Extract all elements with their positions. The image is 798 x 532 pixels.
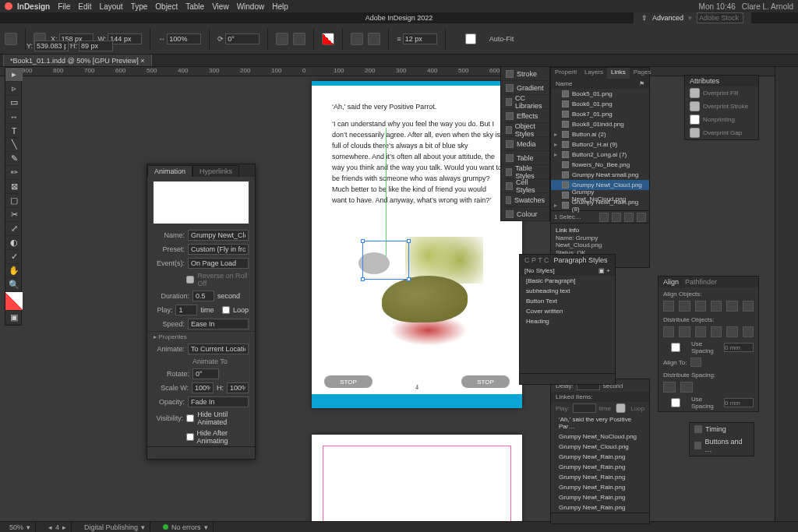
timing-item[interactable]: ‘Ah,’ said the very Positive Par… — [551, 414, 649, 432]
link-item[interactable]: flowers_No_Bee.png — [551, 160, 649, 170]
zoom-tool[interactable]: 🔍 — [5, 278, 23, 292]
dist-vspace-icon[interactable] — [663, 382, 676, 393]
dist-bottom-icon[interactable] — [695, 326, 706, 337]
link-item[interactable]: ▸Button2_H.ai (9) — [551, 139, 649, 150]
speed-field[interactable] — [188, 319, 249, 329]
gradient-tool[interactable]: ◐ — [5, 236, 23, 250]
pstyle-heading[interactable]: Heading — [520, 316, 615, 326]
trash-icon[interactable] — [241, 449, 252, 458]
menu-type[interactable]: Type — [131, 2, 148, 11]
rotate-field[interactable] — [225, 33, 260, 44]
link-item[interactable]: ▸Button.ai (2) — [551, 129, 649, 139]
menu-layout[interactable]: Layout — [100, 2, 123, 11]
spacing-field-2[interactable] — [724, 398, 754, 407]
loop-check[interactable] — [222, 306, 230, 314]
menu-window[interactable]: Window — [237, 2, 265, 11]
pen-tool[interactable]: ✎ — [5, 152, 23, 166]
page-tool[interactable]: ▭ — [5, 96, 23, 110]
apple-icon[interactable] — [5, 2, 12, 10]
scale-w-field[interactable] — [167, 33, 201, 44]
autofit-check[interactable] — [454, 33, 488, 44]
dock-cell-styles[interactable]: Cell Styles — [501, 179, 549, 193]
anim-preset-field[interactable] — [188, 244, 249, 255]
direct-selection-tool[interactable]: ▹ — [5, 82, 23, 96]
timing-item[interactable]: Grumpy Newt_Rain.png — [551, 462, 649, 472]
timing-item[interactable]: Grumpy Newt_Rain.png — [551, 452, 649, 462]
align-icon-2[interactable] — [368, 33, 380, 45]
fill-stroke-swap[interactable] — [5, 292, 23, 311]
properties-section[interactable]: ▸ Properties — [147, 331, 255, 342]
dist-vcenter-icon[interactable] — [679, 326, 690, 337]
link-item[interactable]: Book6_01.png — [551, 99, 649, 109]
line-tool[interactable]: ╲ — [5, 138, 23, 152]
link-item[interactable]: Book7_01.png — [551, 109, 649, 119]
menu-object[interactable]: Object — [155, 2, 178, 11]
pstyle-button-text[interactable]: Button Text — [520, 296, 615, 306]
menu-edit[interactable]: Edit — [78, 2, 91, 11]
tab-layers[interactable]: Layers — [581, 68, 607, 79]
link-item[interactable]: Book5_01.png — [551, 89, 649, 99]
tab-pages[interactable]: Pages — [630, 68, 655, 79]
tab-hyperlinks[interactable]: Hyperlinks — [192, 165, 239, 177]
proxy-icon[interactable] — [227, 449, 238, 458]
zoom-level[interactable]: 50% — [9, 523, 23, 531]
align-right-icon[interactable] — [695, 301, 706, 312]
dist-hspace-icon[interactable] — [680, 382, 693, 393]
workspace-switcher[interactable]: Advanced — [652, 14, 683, 22]
spacing-field[interactable] — [724, 343, 754, 352]
dock-stroke[interactable]: Stroke — [501, 67, 549, 81]
nonprinting-check[interactable] — [690, 115, 700, 125]
anim-rotate-field[interactable] — [192, 368, 219, 379]
dock-colour[interactable]: Colour — [501, 207, 549, 221]
h-field[interactable] — [79, 41, 113, 51]
link-item[interactable]: ▸Grumpy Newt_Rain.png (8) — [551, 200, 649, 210]
page-nav[interactable]: 4 — [55, 523, 59, 531]
align-top-icon[interactable] — [711, 301, 722, 312]
dock-cc-libraries[interactable]: CC Libraries — [501, 95, 549, 109]
preflight-status[interactable]: No errors — [171, 523, 201, 531]
document-tab[interactable]: *Book1_01.1.indd @ 50% [GPU Preview] × — [3, 54, 152, 66]
duration-field[interactable] — [192, 291, 214, 301]
hand-tool[interactable]: ✋ — [5, 264, 23, 278]
pstyle-cover[interactable]: Cover written — [520, 306, 615, 316]
use-spacing-check-2[interactable] — [663, 398, 688, 407]
stock-search[interactable] — [697, 12, 743, 23]
menu-file[interactable]: File — [58, 2, 70, 11]
dock-media[interactable]: Media — [501, 137, 549, 151]
dock-table-styles[interactable]: Table Styles — [501, 165, 549, 179]
timing-item[interactable]: Grumpy Newt_Rain.png — [551, 492, 649, 502]
type-tool[interactable]: T — [5, 124, 23, 138]
pstyle-basic[interactable]: [Basic Paragraph] — [520, 276, 615, 286]
eyedropper-tool[interactable]: ✓ — [5, 250, 23, 264]
fill-stroke-icon[interactable] — [322, 33, 334, 45]
free-transform-tool[interactable]: ⤢ — [5, 222, 23, 236]
timing-item[interactable]: Grumpy Newt_Cloud.png — [551, 442, 649, 452]
dist-hcenter-icon[interactable] — [726, 326, 737, 337]
timing-item[interactable]: Grumpy Newt_NoCloud.png — [551, 432, 649, 442]
new-style-icon[interactable]: ▣ + — [598, 267, 610, 274]
dock-effects[interactable]: Effects — [501, 109, 549, 123]
pencil-tool[interactable]: ✏ — [5, 166, 23, 180]
dist-top-icon[interactable] — [663, 326, 674, 337]
flip-v-icon[interactable] — [293, 33, 305, 45]
flip-h-icon[interactable] — [276, 33, 288, 45]
dock-swatches[interactable]: Swatches — [501, 193, 549, 207]
selection-bounds[interactable] — [362, 241, 409, 280]
anim-scale-w[interactable] — [192, 382, 214, 393]
link-item[interactable]: Book8_01indd.png — [551, 119, 649, 129]
menu-help[interactable]: Help — [272, 2, 288, 11]
menu-view[interactable]: View — [212, 2, 229, 11]
align-icon[interactable] — [351, 33, 363, 45]
dock-object-styles[interactable]: Object Styles — [501, 123, 549, 137]
stroke-field[interactable] — [403, 33, 437, 44]
menu-table[interactable]: Table — [185, 2, 204, 11]
tab-animation[interactable]: Animation — [147, 165, 192, 177]
update-link-icon[interactable] — [624, 213, 634, 222]
scissors-tool[interactable]: ✂ — [5, 208, 23, 222]
link-item[interactable]: Grumpy Newt small.png — [551, 170, 649, 180]
animate-field[interactable] — [188, 344, 249, 354]
share-icon[interactable]: ⇪ — [641, 14, 648, 22]
tab-pathfinder[interactable]: Pathfinder — [685, 278, 717, 286]
dist-left-icon[interactable] — [711, 326, 722, 337]
use-spacing-check[interactable] — [663, 343, 688, 352]
